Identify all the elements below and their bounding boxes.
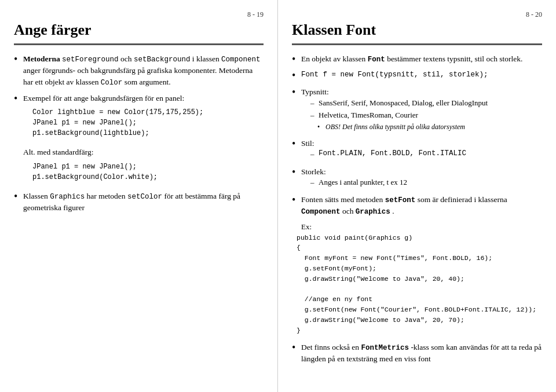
text-klassen-label: Klassen bbox=[23, 192, 50, 200]
sub-dash-2: – bbox=[310, 110, 319, 120]
text-har-metoden: har metoden bbox=[87, 192, 127, 200]
sub-sub-dot: • bbox=[317, 122, 325, 132]
text-obs: OBS! Det finns olika typsnitt på olika d… bbox=[325, 122, 465, 132]
left-bullet-3: Alt. med standardfärg: JPanel p1 = new J… bbox=[14, 146, 264, 186]
text-som-arg: som argument. bbox=[125, 78, 171, 86]
right-title-underline bbox=[292, 43, 542, 45]
text-graphics-2: Graphics bbox=[356, 208, 390, 216]
left-page-number: 8 - 19 bbox=[14, 10, 264, 19]
right-title: Klassen Font bbox=[292, 21, 542, 39]
ex-code-block: public void paint(Graphics g) { Font myF… bbox=[297, 233, 542, 336]
right-content-5: Storlek: – Anges i antal punkter, t ex 1… bbox=[301, 166, 542, 190]
text-period: . bbox=[392, 207, 394, 215]
text-component-2: Component bbox=[301, 208, 341, 216]
text-setcolor: setColor bbox=[127, 193, 162, 201]
text-fonten: Fonten sätts med metoden bbox=[301, 195, 385, 204]
text-color: Color bbox=[101, 79, 123, 87]
left-panel: 8 - 19 Ange färger • Metoderna setForegr… bbox=[0, 0, 278, 392]
sub-text-storlek: Anges i antal punkter, t ex 12 bbox=[319, 177, 407, 188]
sub-bullet-stil: – Font.PLAIN, Font.BOLD, Font.ITALIC bbox=[310, 149, 542, 159]
sub-bullet-typsnitt-2: – Helvetica, TimesRoman, Courier bbox=[310, 110, 542, 120]
text-setbackground: setBackground bbox=[134, 56, 191, 64]
sub-dash-storlek: – bbox=[310, 177, 319, 188]
right-bullet-1: • En objekt av klassen Font bestämmer te… bbox=[292, 53, 542, 65]
right-bullet-2: • Font f = new Font(typsnitt, stil, stor… bbox=[292, 69, 542, 80]
left-title-underline bbox=[14, 43, 264, 45]
text-som-ar: som är definierad i klasserna bbox=[418, 195, 507, 204]
right-dot-7: • bbox=[292, 342, 301, 353]
text-i-klassen: i klassen bbox=[192, 54, 221, 63]
text-font-class: Font bbox=[368, 56, 385, 64]
right-bullet-7: • Det finns också en FontMetrics -klass … bbox=[292, 342, 542, 365]
text-setforeground: setForeground bbox=[62, 56, 119, 64]
right-dot-1: • bbox=[292, 54, 301, 64]
left-bullet-4: • Klassen Graphics har metoden setColor … bbox=[14, 190, 264, 214]
ex-section: Ex: public void paint(Graphics g) { Font… bbox=[292, 222, 542, 336]
sub-dash-stil: – bbox=[310, 149, 319, 159]
bullet-dot-1: • bbox=[14, 54, 23, 64]
sub-text-2: Helvetica, TimesRoman, Courier bbox=[319, 110, 418, 120]
text-metoderna: Metoderna bbox=[23, 54, 60, 63]
right-content-2: Font f = new Font(typsnitt, stil, storle… bbox=[301, 69, 542, 80]
bullet-content-1: Metoderna setForeground och setBackgroun… bbox=[23, 53, 264, 88]
text-typsnitt-label: Typsnitt: bbox=[301, 87, 329, 96]
text-component: Component bbox=[221, 56, 261, 64]
bullet-content-4: Klassen Graphics har metoden setColor fö… bbox=[23, 190, 264, 214]
ex-label: Ex: bbox=[301, 222, 542, 232]
right-dot-4: • bbox=[292, 138, 301, 149]
text-exempel: Exempel för att ange bakgrundsfärgen för… bbox=[23, 94, 184, 102]
right-dot-2: • bbox=[292, 70, 301, 80]
text-det-finns: Det finns också en bbox=[301, 343, 361, 351]
right-bullet-4: • Stil: – Font.PLAIN, Font.BOLD, Font.IT… bbox=[292, 138, 542, 162]
right-bullet-5: • Storlek: – Anges i antal punkter, t ex… bbox=[292, 166, 542, 190]
right-bullet-6: • Fonten sätts med metoden setFont som ä… bbox=[292, 194, 542, 217]
text-och: och bbox=[120, 54, 134, 63]
sub-text-1: SansSerif, Serif, Monospaced, Dialog, el… bbox=[319, 98, 488, 108]
right-content-7: Det finns också en FontMetrics -klass so… bbox=[301, 342, 542, 365]
sub-dash-1: – bbox=[310, 98, 319, 108]
text-setfont: setFont bbox=[385, 196, 416, 204]
right-dot-6: • bbox=[292, 195, 301, 205]
right-panel: 8 - 20 Klassen Font • En objekt av klass… bbox=[278, 0, 556, 392]
right-content-1: En objekt av klassen Font bestämmer text… bbox=[301, 53, 542, 65]
sub-text-stil: Font.PLAIN, Font.BOLD, Font.ITALIC bbox=[319, 149, 466, 159]
text-en-objekt: En objekt av klassen bbox=[301, 54, 368, 63]
right-dot-5: • bbox=[292, 167, 301, 177]
code-block-1: Color lightblue = new Color(175,175,255)… bbox=[32, 107, 264, 138]
text-graphics: Graphics bbox=[50, 193, 85, 201]
right-dot-3: • bbox=[292, 87, 301, 97]
bullet-dot-2: • bbox=[14, 93, 23, 104]
right-content-6: Fonten sätts med metoden setFont som är … bbox=[301, 194, 542, 217]
sub-sub-bullet-obs: • OBS! Det finns olika typsnitt på olika… bbox=[317, 122, 542, 132]
text-bestammer: bestämmer textens typsnitt, stil och sto… bbox=[387, 54, 522, 63]
text-och-2: och bbox=[342, 207, 356, 215]
right-content-3: Typsnitt: – SansSerif, Serif, Monospaced… bbox=[301, 86, 542, 133]
code-block-2: JPanel p1 = new JPanel(); p1.setBackgrou… bbox=[32, 162, 264, 182]
text-alt: Alt. med standardfärg: bbox=[23, 148, 94, 156]
sub-bullet-storlek: – Anges i antal punkter, t ex 12 bbox=[310, 177, 542, 188]
right-bullet-3: • Typsnitt: – SansSerif, Serif, Monospac… bbox=[292, 86, 542, 133]
sub-bullet-typsnitt-1: – SansSerif, Serif, Monospaced, Dialog, … bbox=[310, 98, 542, 108]
left-bullet-1: • Metoderna setForeground och setBackgro… bbox=[14, 53, 264, 88]
left-title: Ange färger bbox=[14, 21, 264, 39]
left-bullet-2: • Exempel för att ange bakgrundsfärgen f… bbox=[14, 93, 264, 142]
bullet-dot-4: • bbox=[14, 191, 23, 202]
right-page-number: 8 - 20 bbox=[292, 10, 542, 19]
text-storlek-label: Storlek: bbox=[301, 167, 326, 176]
text-fontmetrics: FontMetrics bbox=[361, 344, 409, 352]
right-content-4: Stil: – Font.PLAIN, Font.BOLD, Font.ITAL… bbox=[301, 138, 542, 162]
bullet-content-3: Alt. med standardfärg: JPanel p1 = new J… bbox=[23, 146, 264, 186]
text-stil-label: Stil: bbox=[301, 139, 314, 148]
bullet-content-2: Exempel för att ange bakgrundsfärgen för… bbox=[23, 93, 264, 142]
